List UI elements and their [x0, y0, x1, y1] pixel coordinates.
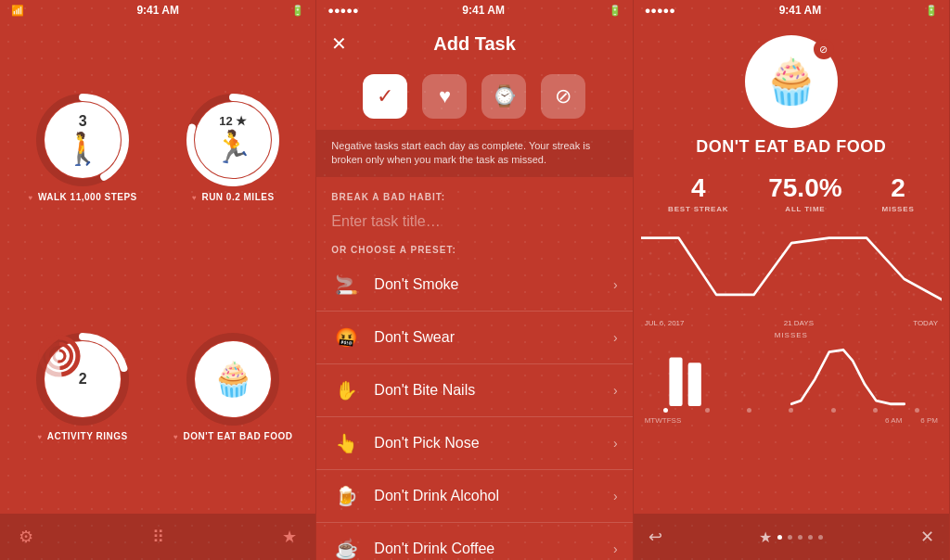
run-heart-icon: ♥ — [192, 194, 197, 202]
preset-list: 🚬 Don't Smoke › 🤬 Don't Swear › ✋ Don't … — [316, 259, 632, 560]
stat-misses: 2 MISSES — [882, 173, 915, 213]
wifi-icon: 📶 — [11, 5, 24, 17]
tab-heart[interactable]: ♥ — [422, 74, 467, 119]
misses-day-dots — [641, 406, 942, 414]
info-text: Negative tasks start each day as complet… — [331, 140, 590, 165]
close-icon-3[interactable]: ✕ — [920, 527, 934, 547]
svg-rect-16 — [641, 341, 942, 406]
walk-circle-inner: 3 🚶 — [45, 102, 121, 178]
star-icon-1[interactable]: ★ — [282, 527, 297, 547]
stat-alltime: 75.0% ALL TIME — [768, 173, 841, 213]
hero-title: DON'T EAT BAD FOOD — [696, 137, 886, 157]
streak-label: BEST STREAK — [668, 205, 728, 213]
label-6am: 6 AM — [885, 416, 902, 425]
chart-label-start: JUL 6, 2017 — [645, 319, 685, 327]
chart-label-mid: 21 DAYS — [784, 319, 814, 327]
food-heart-icon: ♥ — [173, 433, 178, 441]
alcohol-icon: 🍺 — [331, 481, 361, 511]
activity-ring-container: 2 — [36, 333, 129, 426]
preset-nails-name: Don't Bite Nails — [374, 382, 613, 399]
habit-run[interactable]: 12 ★ 🏃 ♥ RUN 0.2 MILES — [158, 28, 308, 267]
hero-no-badge: ⊘ — [814, 39, 834, 59]
detail-panel: ●●●●● 9:41 AM 🔋 🧁 ⊘ DON'T EAT BAD FOOD 4… — [634, 0, 950, 560]
break-label: BREAK A BAD HABIT: — [316, 185, 632, 206]
page-dot-3 — [798, 535, 802, 540]
info-box: Negative tasks start each day as complet… — [316, 130, 632, 177]
walk-count: 3 — [79, 113, 87, 130]
dot-t2 — [789, 408, 793, 413]
alltime-value: 75.0% — [768, 173, 841, 203]
misses-label-stat: MISSES — [882, 205, 915, 213]
preset-swear[interactable]: 🤬 Don't Swear › — [316, 312, 632, 364]
task-type-tabs: ✓ ♥ ⌚ ⊘ — [316, 67, 632, 130]
chevron-smoke: › — [613, 277, 618, 292]
status-left-2: ●●●●● — [327, 5, 358, 16]
run-label: ♥ RUN 0.2 MILES — [192, 192, 275, 202]
chart-labels: JUL 6, 2017 21 DAYS TODAY — [641, 319, 942, 327]
close-button[interactable]: ✕ — [331, 32, 347, 55]
activity-circle-inner: 2 — [45, 341, 121, 417]
panel3-bottom-bar: ↩ ★ ✕ — [634, 514, 949, 560]
habit-food[interactable]: 🧁 ♥ DON'T EAT BAD FOOD — [158, 267, 308, 506]
status-right-3: 🔋 — [925, 5, 938, 17]
preset-label: OR CHOOSE A PRESET: — [316, 237, 632, 259]
label-w: W — [655, 416, 662, 425]
chevron-alcohol: › — [613, 489, 618, 503]
tab-check[interactable]: ✓ — [363, 74, 407, 119]
svg-rect-14 — [641, 223, 942, 315]
chevron-swear: › — [613, 330, 618, 345]
habit-activity[interactable]: 2 ♥ ACTIVITY RINGS — [7, 267, 158, 506]
habit-walk[interactable]: 3 🚶 ♥ WALK 11,000 STEPS — [7, 28, 158, 267]
preset-smoke[interactable]: 🚬 Don't Smoke › — [316, 259, 632, 312]
preset-swear-name: Don't Swear — [374, 329, 613, 346]
chevron-nose: › — [613, 436, 618, 451]
star-icon-3[interactable]: ★ — [759, 528, 772, 546]
dot-m — [663, 408, 668, 413]
label-m: M — [645, 416, 651, 425]
grid-icon[interactable]: ⠿ — [152, 527, 164, 547]
dot-t1 — [705, 408, 710, 413]
misses-chart — [641, 341, 942, 406]
tab-watch[interactable]: ⌚ — [481, 74, 526, 119]
status-left-3: ●●●●● — [645, 5, 675, 16]
alltime-label: ALL TIME — [785, 205, 825, 213]
panel1-bottom-bar: ⚙ ⠿ ★ — [0, 514, 315, 560]
habits-grid: 3 🚶 ♥ WALK 11,000 STEPS 12 ★ 🏃 — [0, 20, 315, 514]
settings-icon[interactable]: ⚙ — [19, 527, 33, 547]
label-s2: S — [676, 416, 681, 425]
stats-row: 4 BEST STREAK 75.0% ALL TIME 2 MISSES — [634, 164, 949, 223]
signal-dots-2: ●●●●● — [327, 5, 358, 16]
label-6pm: 6 PM — [920, 416, 938, 425]
status-bar-2: ●●●●● 9:41 AM 🔋 — [316, 0, 632, 20]
add-task-header: ✕ Add Task — [316, 20, 632, 67]
activity-heart-icon: ♥ — [38, 433, 43, 441]
swear-icon: 🤬 — [331, 323, 361, 352]
run-count: 12 ★ — [219, 114, 247, 128]
add-task-panel: ●●●●● 9:41 AM 🔋 ✕ Add Task ✓ ♥ ⌚ ⊘ Negat… — [316, 0, 633, 560]
tab-no[interactable]: ⊘ — [541, 74, 585, 119]
chart-area: JUL 6, 2017 21 DAYS TODAY MISSES — [634, 223, 949, 514]
dot-s2 — [915, 408, 919, 413]
preset-nose[interactable]: 👆 Don't Pick Nose › — [316, 417, 632, 470]
task-title-input[interactable] — [316, 206, 632, 237]
status-right-1: 🔋 — [291, 5, 304, 17]
dot-s1 — [873, 408, 878, 413]
preset-alcohol[interactable]: 🍺 Don't Drink Alcohol › — [316, 470, 632, 523]
battery-icon-2: 🔋 — [609, 5, 622, 17]
hero-section: 🧁 ⊘ DON'T EAT BAD FOOD — [634, 20, 949, 164]
preset-coffee[interactable]: ☕ Don't Drink Coffee › — [316, 523, 632, 560]
share-icon[interactable]: ↩ — [648, 527, 662, 547]
status-time-2: 9:41 AM — [462, 4, 505, 17]
misses-value: 2 — [891, 173, 905, 203]
add-task-title: Add Task — [433, 33, 516, 55]
battery-icon-1: 🔋 — [291, 5, 304, 17]
battery-3: 🔋 — [925, 5, 938, 17]
coffee-icon: ☕ — [331, 534, 361, 560]
preset-nails[interactable]: ✋ Don't Bite Nails › — [316, 364, 632, 417]
status-left-1: 📶 — [11, 5, 24, 17]
preset-nose-name: Don't Pick Nose — [374, 435, 613, 452]
main-chart-svg — [641, 223, 942, 315]
preset-coffee-name: Don't Drink Coffee — [374, 541, 613, 557]
food-label: ♥ DON'T EAT BAD FOOD — [173, 431, 292, 441]
signal-3: ●●●●● — [645, 5, 675, 16]
